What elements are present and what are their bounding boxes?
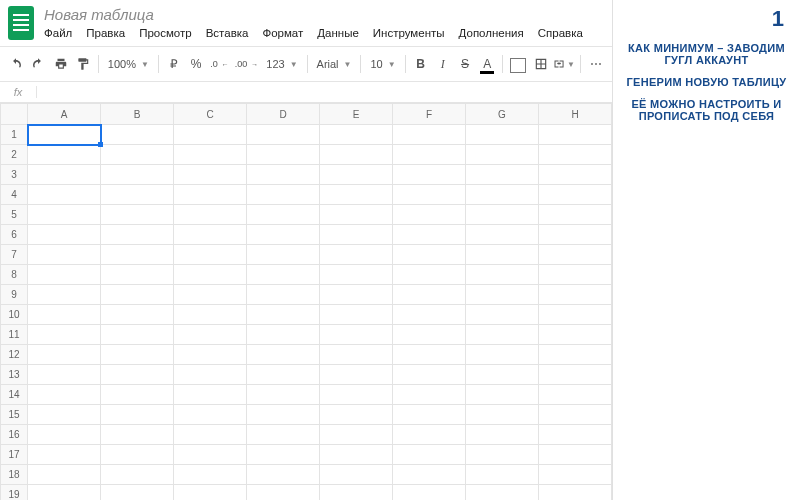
borders-button[interactable] (531, 53, 551, 75)
cell[interactable] (539, 485, 612, 501)
cell[interactable] (28, 125, 101, 145)
cell[interactable] (393, 125, 466, 145)
cell[interactable] (393, 305, 466, 325)
cell[interactable] (393, 445, 466, 465)
row-header[interactable]: 15 (1, 405, 28, 425)
cell[interactable] (466, 205, 539, 225)
cell[interactable] (466, 245, 539, 265)
cell[interactable] (174, 205, 247, 225)
cell[interactable] (101, 265, 174, 285)
italic-button[interactable]: I (433, 53, 453, 75)
bold-button[interactable]: B (411, 53, 431, 75)
cell[interactable] (393, 425, 466, 445)
cell[interactable] (466, 285, 539, 305)
cell[interactable] (28, 285, 101, 305)
cell[interactable] (320, 305, 393, 325)
spreadsheet-grid[interactable]: ABCDEFGH12345678910111213141516171819202… (0, 103, 612, 500)
cell[interactable] (174, 305, 247, 325)
column-header[interactable]: B (101, 104, 174, 125)
cell[interactable] (393, 465, 466, 485)
cell[interactable] (247, 445, 320, 465)
cell[interactable] (539, 185, 612, 205)
cell[interactable] (393, 145, 466, 165)
cell[interactable] (393, 185, 466, 205)
cell[interactable] (320, 265, 393, 285)
formula-input[interactable] (37, 82, 612, 102)
cell[interactable] (393, 365, 466, 385)
percent-button[interactable]: % (186, 53, 206, 75)
cell[interactable] (466, 165, 539, 185)
menu-format[interactable]: Формат (262, 27, 303, 39)
column-header[interactable]: G (466, 104, 539, 125)
row-header[interactable]: 8 (1, 265, 28, 285)
cell[interactable] (320, 465, 393, 485)
cell[interactable] (466, 305, 539, 325)
row-header[interactable]: 17 (1, 445, 28, 465)
cell[interactable] (320, 445, 393, 465)
cell[interactable] (28, 165, 101, 185)
cell[interactable] (247, 285, 320, 305)
merge-cells-button[interactable]: ▼ (553, 53, 575, 75)
currency-button[interactable]: ₽ (164, 53, 184, 75)
cell[interactable] (28, 425, 101, 445)
cell[interactable] (174, 485, 247, 501)
cell[interactable] (539, 345, 612, 365)
strikethrough-button[interactable]: S (455, 53, 475, 75)
more-toolbar-button[interactable]: ⋯ (586, 53, 606, 75)
cell[interactable] (393, 405, 466, 425)
decrease-decimal-button[interactable]: .0← (208, 53, 231, 75)
cell[interactable] (320, 325, 393, 345)
cell[interactable] (174, 445, 247, 465)
cell[interactable] (174, 385, 247, 405)
cell[interactable] (393, 285, 466, 305)
cell[interactable] (247, 325, 320, 345)
cell[interactable] (101, 385, 174, 405)
column-header[interactable]: F (393, 104, 466, 125)
row-header[interactable]: 3 (1, 165, 28, 185)
cell[interactable] (101, 145, 174, 165)
document-title[interactable]: Новая таблица (44, 6, 604, 23)
cell[interactable] (247, 305, 320, 325)
cell[interactable] (393, 225, 466, 245)
cell[interactable] (466, 325, 539, 345)
font-size-dropdown[interactable]: 10▼ (366, 53, 399, 75)
row-header[interactable]: 5 (1, 205, 28, 225)
cell[interactable] (101, 165, 174, 185)
cell[interactable] (101, 365, 174, 385)
cell[interactable] (320, 225, 393, 245)
cell[interactable] (247, 265, 320, 285)
cell[interactable] (393, 345, 466, 365)
menu-view[interactable]: Просмотр (139, 27, 192, 39)
cell[interactable] (393, 265, 466, 285)
cell[interactable] (466, 225, 539, 245)
menu-tools[interactable]: Инструменты (373, 27, 445, 39)
cell[interactable] (174, 465, 247, 485)
cell[interactable] (320, 405, 393, 425)
menu-data[interactable]: Данные (317, 27, 359, 39)
cell[interactable] (247, 465, 320, 485)
cell[interactable] (539, 285, 612, 305)
cell[interactable] (101, 245, 174, 265)
cell[interactable] (466, 185, 539, 205)
menu-addons[interactable]: Дополнения (459, 27, 524, 39)
cell[interactable] (174, 325, 247, 345)
cell[interactable] (466, 425, 539, 445)
cell[interactable] (539, 305, 612, 325)
cell[interactable] (174, 225, 247, 245)
row-header[interactable]: 16 (1, 425, 28, 445)
cell[interactable] (393, 205, 466, 225)
cell[interactable] (247, 185, 320, 205)
cell[interactable] (393, 485, 466, 501)
cell[interactable] (539, 465, 612, 485)
cell[interactable] (320, 385, 393, 405)
cell[interactable] (393, 385, 466, 405)
cell[interactable] (247, 145, 320, 165)
cell[interactable] (101, 445, 174, 465)
cell[interactable] (174, 405, 247, 425)
column-header[interactable]: E (320, 104, 393, 125)
cell[interactable] (28, 385, 101, 405)
cell[interactable] (393, 165, 466, 185)
cell[interactable] (539, 125, 612, 145)
row-header[interactable]: 11 (1, 325, 28, 345)
cell[interactable] (28, 225, 101, 245)
